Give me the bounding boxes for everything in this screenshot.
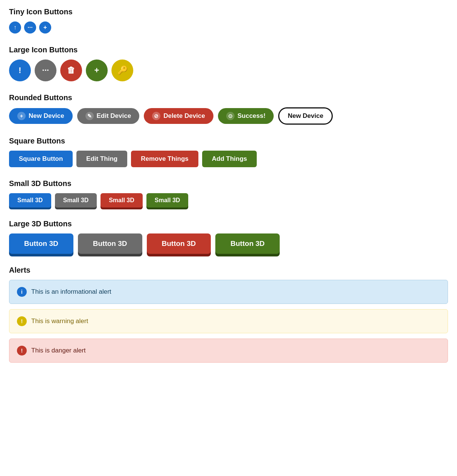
- tiny-add-button[interactable]: +: [39, 21, 51, 34]
- delete-icon: ⊘: [152, 112, 160, 120]
- info-alert: i This is an informational alert: [9, 280, 448, 304]
- tiny-icon-buttons-title: Tiny Icon Buttons: [9, 8, 448, 16]
- small3d-gray-label: Small 3D: [63, 197, 89, 203]
- new-device-blue-button[interactable]: + New Device: [9, 108, 73, 124]
- square-buttons-group: Square Button Edit Thing Remove Things A…: [9, 151, 448, 167]
- large-alert-button[interactable]: !: [9, 60, 31, 81]
- small3d-blue-label: Small 3D: [17, 197, 43, 203]
- warning-alert: ! This is warning alert: [9, 309, 448, 333]
- edit-thing-label: Edit Thing: [86, 155, 117, 162]
- large-icon-buttons-section: Large Icon Buttons ! ··· 🗑 + 🔑: [9, 46, 448, 81]
- danger-alert-text: This is danger alert: [31, 347, 86, 354]
- warning-alert-icon: !: [17, 316, 27, 326]
- danger-alert: ! This is danger alert: [9, 339, 448, 363]
- edit-device-button[interactable]: ✎ Edit Device: [77, 108, 140, 124]
- small3d-gray-button[interactable]: Small 3D: [55, 193, 97, 207]
- large3d-blue-label: Button 3D: [24, 240, 58, 247]
- square-buttons-section: Square Buttons Square Button Edit Thing …: [9, 137, 448, 167]
- large3d-blue-button[interactable]: Button 3D: [9, 233, 73, 254]
- plus-icon: +: [17, 112, 26, 120]
- large-delete-button[interactable]: 🗑: [60, 60, 82, 81]
- add-things-button[interactable]: Add Things: [202, 151, 257, 167]
- success-icon: ⊙: [226, 112, 235, 120]
- large3d-buttons-group: Button 3D Button 3D Button 3D Button 3D: [9, 233, 448, 254]
- rounded-buttons-group: + New Device ✎ Edit Device ⊘ Delete Devi…: [9, 107, 448, 125]
- square-button-blue-label: Square Button: [19, 155, 63, 162]
- warning-alert-text: This is warning alert: [31, 317, 88, 325]
- new-device-blue-label: New Device: [29, 112, 64, 120]
- edit-device-label: Edit Device: [97, 112, 131, 120]
- large-add-button[interactable]: +: [86, 60, 108, 81]
- large3d-gray-label: Button 3D: [93, 240, 127, 247]
- small3d-green-label: Small 3D: [155, 197, 180, 203]
- large-key-button[interactable]: 🔑: [111, 60, 133, 81]
- large-3d-buttons-title: Large 3D Buttons: [9, 220, 448, 228]
- info-alert-icon: i: [17, 287, 27, 297]
- rounded-buttons-section: Rounded Buttons + New Device ✎ Edit Devi…: [9, 93, 448, 125]
- small-3d-buttons-section: Small 3D Buttons Small 3D Small 3D Small…: [9, 179, 448, 207]
- large3d-green-label: Button 3D: [230, 240, 265, 247]
- small3d-red-button[interactable]: Small 3D: [101, 193, 143, 207]
- small3d-green-button[interactable]: Small 3D: [146, 193, 189, 207]
- large-more-button[interactable]: ···: [35, 60, 56, 81]
- alerts-group: i This is an informational alert ! This …: [9, 280, 448, 363]
- square-buttons-title: Square Buttons: [9, 137, 448, 145]
- add-things-label: Add Things: [212, 155, 247, 162]
- large-3d-buttons-section: Large 3D Buttons Button 3D Button 3D But…: [9, 220, 448, 254]
- square-button-blue[interactable]: Square Button: [9, 151, 73, 167]
- success-label: Success!: [238, 112, 266, 120]
- edit-thing-button[interactable]: Edit Thing: [76, 151, 127, 167]
- small3d-blue-button[interactable]: Small 3D: [9, 193, 51, 207]
- small3d-buttons-group: Small 3D Small 3D Small 3D Small 3D: [9, 193, 448, 207]
- danger-alert-icon: !: [17, 346, 27, 355]
- large-icon-buttons-title: Large Icon Buttons: [9, 46, 448, 54]
- new-device-outline-button[interactable]: New Device: [278, 107, 333, 125]
- small3d-red-label: Small 3D: [109, 197, 134, 203]
- delete-device-label: Delete Device: [163, 112, 205, 120]
- success-button[interactable]: ⊙ Success!: [218, 108, 274, 124]
- tiny-up-button[interactable]: ↑: [9, 21, 21, 34]
- remove-things-button[interactable]: Remove Things: [131, 151, 198, 167]
- large3d-red-label: Button 3D: [162, 240, 196, 247]
- info-alert-text: This is an informational alert: [31, 288, 111, 296]
- large-buttons-group: ! ··· 🗑 + 🔑: [9, 60, 448, 81]
- alerts-section: Alerts i This is an informational alert …: [9, 266, 448, 363]
- new-device-outline-label: New Device: [288, 112, 323, 120]
- large3d-green-button[interactable]: Button 3D: [215, 233, 280, 254]
- edit-icon: ✎: [85, 112, 94, 120]
- remove-things-label: Remove Things: [141, 155, 189, 162]
- large3d-gray-button[interactable]: Button 3D: [78, 233, 142, 254]
- large3d-red-button[interactable]: Button 3D: [147, 233, 211, 254]
- rounded-buttons-title: Rounded Buttons: [9, 93, 448, 102]
- alerts-title: Alerts: [9, 266, 448, 275]
- delete-device-button[interactable]: ⊘ Delete Device: [144, 108, 213, 124]
- tiny-more-button[interactable]: ···: [24, 21, 36, 34]
- small-3d-buttons-title: Small 3D Buttons: [9, 179, 448, 188]
- tiny-icon-buttons-section: Tiny Icon Buttons ↑ ··· +: [9, 8, 448, 34]
- tiny-buttons-group: ↑ ··· +: [9, 21, 448, 34]
